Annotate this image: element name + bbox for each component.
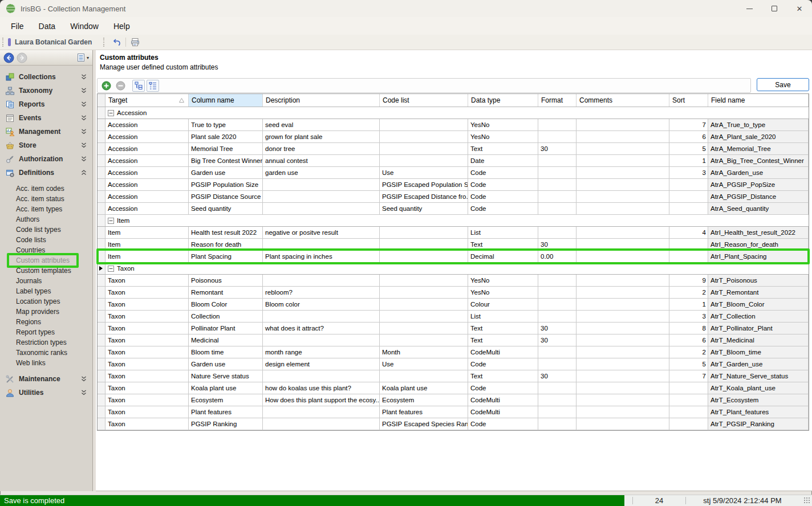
header-cell-data-type[interactable]: Data type xyxy=(468,94,538,107)
table-cell[interactable]: 6 xyxy=(669,131,708,143)
table-cell[interactable] xyxy=(669,394,708,406)
table-cell[interactable] xyxy=(538,155,576,167)
close-button[interactable]: ✕ xyxy=(787,0,812,17)
table-cell[interactable] xyxy=(538,382,576,394)
table-cell[interactable]: Accession xyxy=(105,119,189,131)
table-cell[interactable] xyxy=(576,275,669,287)
table-cell[interactable]: grown for plant sale xyxy=(263,131,380,143)
resize-grip[interactable] xyxy=(803,497,811,504)
table-cell[interactable]: AtrA_Memorial_Tree xyxy=(708,143,809,155)
table-cell[interactable] xyxy=(380,143,468,155)
sidebar-section-utilities[interactable]: Utilities xyxy=(0,386,92,399)
sidebar-item-taxonomic-ranks[interactable]: Taxonomic ranks xyxy=(0,348,92,358)
table-cell[interactable]: Accession xyxy=(105,203,189,215)
sidebar-section-reports[interactable]: Reports xyxy=(0,97,92,111)
table-cell[interactable]: Code xyxy=(468,167,538,179)
table-cell[interactable]: Taxon xyxy=(105,382,189,394)
table-cell[interactable] xyxy=(263,311,380,323)
table-cell[interactable]: PGSIP Escaped Distance fro... xyxy=(380,191,468,203)
table-cell[interactable]: Plant Spacing xyxy=(189,251,263,263)
table-cell[interactable]: Garden use xyxy=(189,167,263,179)
table-cell[interactable] xyxy=(576,227,669,239)
table-cell[interactable]: 3 xyxy=(669,311,708,323)
table-cell[interactable]: Accession xyxy=(105,191,189,203)
table-cell[interactable]: 30 xyxy=(538,239,576,251)
table-cell[interactable]: Accession xyxy=(105,179,189,191)
table-cell[interactable]: 9 xyxy=(669,275,708,287)
table-cell[interactable]: Pollinator Plant xyxy=(189,323,263,334)
table-cell[interactable] xyxy=(263,370,380,382)
nav-back-button[interactable] xyxy=(3,52,14,63)
table-cell[interactable]: Plant features xyxy=(189,406,263,418)
table-cell[interactable] xyxy=(576,406,669,418)
sidebar-item-restriction-types[interactable]: Restriction types xyxy=(0,337,92,348)
table-cell[interactable] xyxy=(263,334,380,346)
table-cell[interactable]: 30 xyxy=(538,323,576,334)
table-cell[interactable]: Ecosystem xyxy=(189,394,263,406)
table-cell[interactable]: Medicinal xyxy=(189,334,263,346)
table-cell[interactable]: Bloom Color xyxy=(189,299,263,311)
table-cell[interactable] xyxy=(263,406,380,418)
table-cell[interactable]: Taxon xyxy=(105,346,189,358)
collapse-group-icon[interactable] xyxy=(108,266,114,272)
table-cell[interactable]: design element xyxy=(263,358,380,370)
table-cell[interactable]: Plant features xyxy=(380,406,468,418)
table-cell[interactable] xyxy=(576,131,669,143)
table-cell[interactable] xyxy=(576,323,669,334)
table-cell[interactable]: AtrA_Big_Tree_Contest_Winner xyxy=(708,155,809,167)
table-cell[interactable] xyxy=(576,382,669,394)
table-cell[interactable]: seed eval xyxy=(263,119,380,131)
table-cell[interactable]: month range xyxy=(263,346,380,358)
table-cell[interactable]: donor tree xyxy=(263,143,380,155)
table-cell[interactable]: Item xyxy=(105,227,189,239)
table-cell[interactable] xyxy=(669,191,708,203)
table-cell[interactable] xyxy=(380,370,468,382)
sidebar-item-authors[interactable]: Authors xyxy=(0,214,92,225)
table-cell[interactable]: Decimal xyxy=(468,251,538,263)
table-cell[interactable] xyxy=(576,191,669,203)
sidebar-section-definitions[interactable]: Definitions xyxy=(0,166,92,179)
table-cell[interactable]: AtrT_Ecosystem xyxy=(708,394,809,406)
table-cell[interactable]: CodeMulti xyxy=(468,346,538,358)
table-cell[interactable]: YesNo xyxy=(468,275,538,287)
table-cell[interactable]: annual contest xyxy=(263,155,380,167)
table-cell[interactable]: Garden use xyxy=(189,358,263,370)
table-cell[interactable]: 2 xyxy=(669,346,708,358)
table-cell[interactable] xyxy=(538,275,576,287)
add-row-button[interactable] xyxy=(100,80,112,92)
collapse-group-icon[interactable] xyxy=(108,110,114,116)
table-cell[interactable] xyxy=(576,311,669,323)
sidebar-section-collections[interactable]: Collections xyxy=(0,70,92,84)
table-cell[interactable]: Accession xyxy=(105,167,189,179)
table-cell[interactable]: 0.00 xyxy=(538,251,576,263)
table-cell[interactable] xyxy=(380,323,468,334)
table-cell[interactable] xyxy=(538,119,576,131)
table-cell[interactable]: Text xyxy=(468,323,538,334)
table-cell[interactable]: 8 xyxy=(669,323,708,334)
table-cell[interactable]: Taxon xyxy=(105,394,189,406)
table-cell[interactable] xyxy=(263,275,380,287)
table-cell[interactable]: Accession xyxy=(105,155,189,167)
table-cell[interactable]: Bloom color xyxy=(263,299,380,311)
table-cell[interactable]: Code xyxy=(468,179,538,191)
save-button[interactable]: Save xyxy=(757,78,809,91)
table-cell[interactable] xyxy=(538,191,576,203)
table-cell[interactable] xyxy=(538,203,576,215)
sidebar-item-regions[interactable]: Regions xyxy=(0,317,92,327)
undo-button[interactable] xyxy=(109,36,124,49)
table-cell[interactable]: Koala plant use xyxy=(189,382,263,394)
table-cell[interactable] xyxy=(576,119,669,131)
table-cell[interactable]: Taxon xyxy=(105,358,189,370)
table-cell[interactable]: List xyxy=(468,311,538,323)
table-cell[interactable]: Use xyxy=(380,167,468,179)
sidebar-section-taxonomy[interactable]: Taxonomy xyxy=(0,84,92,97)
table-cell[interactable]: how do koalas use this plant? xyxy=(263,382,380,394)
table-cell[interactable]: AtrT_Poisonous xyxy=(708,275,809,287)
header-cell-field-name[interactable]: Field name xyxy=(708,94,809,107)
table-cell[interactable]: PGSIP Escaped Species Ranking xyxy=(380,418,468,430)
table-cell[interactable]: Plant sale 2020 xyxy=(189,131,263,143)
table-cell[interactable]: Taxon xyxy=(105,287,189,299)
table-cell[interactable]: Code xyxy=(468,358,538,370)
sidebar-item-code-list-types[interactable]: Code list types xyxy=(0,225,92,235)
table-cell[interactable] xyxy=(538,227,576,239)
